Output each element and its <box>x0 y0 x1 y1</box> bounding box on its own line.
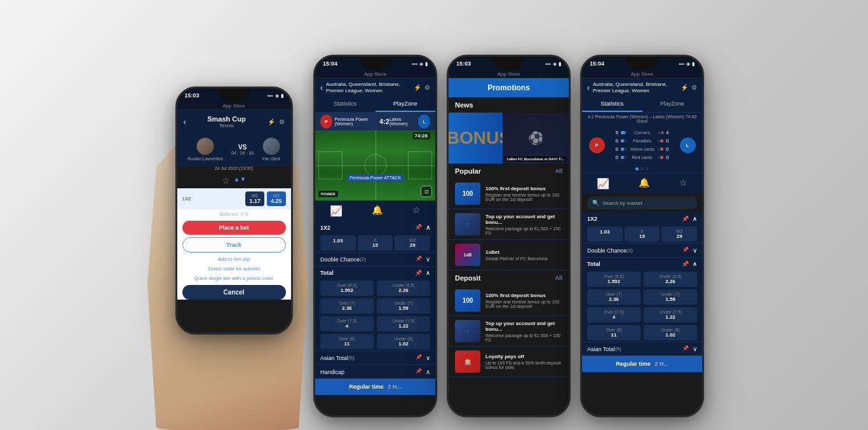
p4-total-section: Total 📌 ∧ Over (6.5) 1.592 Under (6.5) 2… <box>582 257 702 342</box>
promo-header: Promotions <box>449 78 569 97</box>
phone2-nav-icons: ⚡ ⚙ <box>414 84 430 91</box>
promo-card-deposit2[interactable]: ↑ Top up your account and get bonu... We… <box>449 316 569 347</box>
tab4-statistics[interactable]: Statistics <box>582 97 642 112</box>
double-chance-row: Double Chance (2) 📌 ∨ <box>315 252 435 266</box>
phone2-back-icon[interactable]: ‹ <box>320 83 323 92</box>
phone4-back-icon[interactable]: ‹ <box>587 83 590 92</box>
battery-icon2: ▮ <box>425 61 428 67</box>
star-icon4[interactable]: ☆ <box>679 177 688 190</box>
over75-cell[interactable]: Over (7.5) 4 <box>320 316 374 331</box>
w2-odds[interactable]: 4.25 <box>271 198 282 204</box>
phone1: 15:03 ▪▪▪ ◈ ▮ App Store ‹ Smash Cup <box>175 87 293 335</box>
track-button[interactable]: Track <box>182 237 286 253</box>
promo-card-popular1[interactable]: 100 100% first deposit bonus Register an… <box>449 179 569 209</box>
player2-name: Yan Gest <box>262 156 280 161</box>
phone3-appstore: App Store <box>449 71 569 78</box>
p4-w2-cell[interactable]: W2 29 <box>661 226 697 242</box>
phone2-nav-header: ‹ Australia, Queensland, Brisbane, Premi… <box>315 78 435 97</box>
lightning-icon4[interactable]: ⚡ <box>681 84 688 91</box>
promo-card-deposit1[interactable]: 100 100% first deposit bonus Register an… <box>449 286 569 316</box>
phone3-status-icons: ▪▪▪ ◈ ▮ <box>545 61 561 67</box>
phone1-time: 15:03 <box>185 92 200 99</box>
lightning-icon2[interactable]: ⚡ <box>414 84 421 91</box>
place-bet-button[interactable]: Place a bet <box>182 221 286 235</box>
under7-cell[interactable]: Under (7) 1.59 <box>377 298 430 314</box>
news-banner[interactable]: BONUS ⚽ 1xBet NAVI Ti... 1xBet FC Barcel… <box>449 113 569 163</box>
collapse-icon[interactable]: ∧ <box>426 224 430 231</box>
promo-card-deposit3[interactable]: 🎰 Loyalty pays off Up to 100 FS and a 50… <box>449 347 569 377</box>
collapse-p4[interactable]: ∧ <box>693 216 697 222</box>
chart-icon[interactable]: 📈 <box>330 205 342 217</box>
phone2-tabs: Statistics PlayZone <box>315 97 435 113</box>
capture-icon[interactable]: ⊡ <box>421 186 432 197</box>
promo-button[interactable]: Quick single bet with a promo code <box>177 274 291 283</box>
star-icon[interactable]: ☆ <box>222 176 230 186</box>
select-odds-button[interactable]: Select odds for autobet <box>177 264 291 274</box>
signal-icon4: ▪▪▪ <box>679 61 684 67</box>
stats-area: P 9 Corners 4 0 <box>582 125 702 165</box>
phone2-nav-title: Australia, Queensland, Brisbane, Premier… <box>326 81 410 94</box>
under8-cell[interactable]: Under (8) 1.02 <box>377 334 430 349</box>
total-row1: Over (6.5) 1.592 Under (6.5) 2.26 <box>315 279 435 297</box>
star-icon2[interactable]: ☆ <box>412 205 421 217</box>
lightning-icon[interactable]: ⚡ <box>268 118 275 125</box>
corners-bar-right <box>658 131 664 134</box>
phone4: 15:04 ▪▪▪ ◈ ▮ App Store ‹ Australia, Que… <box>580 55 704 417</box>
x-val: 15 <box>360 242 391 248</box>
x-cell[interactable]: X 15 <box>358 235 393 251</box>
bell-icon[interactable]: 🔔 <box>372 205 383 217</box>
corners-row: 9 Corners 4 <box>609 128 675 137</box>
star-row: ☆ ▲▼ <box>177 173 291 188</box>
battery-icon3: ▮ <box>559 61 561 67</box>
phone2-appstore: App Store <box>315 71 435 78</box>
expand-dc[interactable]: ∨ <box>426 256 430 263</box>
news-banner-left: BONUS <box>449 113 509 163</box>
collapse-t[interactable]: ∧ <box>426 270 430 276</box>
chart-icon4[interactable]: 📈 <box>597 177 609 190</box>
goal-area-right <box>408 151 432 179</box>
field-grass: Peninsula Power ATTACK ⊡ POWER <box>315 130 435 200</box>
w1-cell[interactable]: 1.03 <box>320 235 356 251</box>
promo-card-popular3[interactable]: 1xB 1xBet Global Partner of FC Barcelona <box>449 240 569 270</box>
tab-playzone[interactable]: PlayZone <box>376 97 436 112</box>
over8-cell[interactable]: Over (8) 11 <box>320 334 374 349</box>
tab-statistics[interactable]: Statistics <box>315 97 376 112</box>
over7-cell[interactable]: Over (7) 2.36 <box>320 298 374 314</box>
p4-w1-cell[interactable]: 1.03 <box>587 226 623 242</box>
deposit-all-link[interactable]: All <box>555 275 562 281</box>
gear-icon[interactable]: ⚙ <box>279 118 285 125</box>
under65-cell[interactable]: Under (6.5) 2.26 <box>377 281 430 296</box>
popular-all-link[interactable]: All <box>555 168 562 174</box>
w2-cell[interactable]: W2 29 <box>395 235 430 251</box>
phone4-nav-header: ‹ Australia, Queensland, Brisbane, Premi… <box>582 78 702 97</box>
1x2-header: 1X2 📌 ∧ <box>315 221 435 234</box>
bell-icon4[interactable]: 🔔 <box>639 177 649 190</box>
cancel-button[interactable]: Cancel <box>182 285 286 300</box>
w1-odds[interactable]: 1.17 <box>249 198 261 204</box>
gear-icon4[interactable]: ⚙ <box>691 84 697 91</box>
search-bar[interactable]: 🔍 Search by market <box>587 197 697 209</box>
signal-icon: ▪▪▪ <box>268 93 273 99</box>
gear-icon2[interactable]: ⚙ <box>424 84 430 91</box>
markets-section: 1X2 📌 ∧ 1.03 X 15 W2 29 <box>315 221 435 378</box>
under75-cell[interactable]: Under (7.5) 1.22 <box>377 316 430 331</box>
total-row3: Over (7.5) 4 Under (7.5) 1.22 <box>315 315 435 333</box>
tab4-playzone[interactable]: PlayZone <box>642 97 703 112</box>
match-date: 24 Jul 2020 (19:30) <box>177 166 291 173</box>
promo-card-popular2[interactable]: ↑ Top up your account and get bonu... We… <box>449 209 569 240</box>
vs-section: VS 04 : 26 : 33 <box>231 144 254 155</box>
phone4-nav-title: Australia, Queensland, Brisbane, Premier… <box>593 81 677 94</box>
player1-name: Ruslan Lavrentiev <box>187 156 223 161</box>
add-to-bet-slip-button[interactable]: Add to bet slip <box>177 254 291 264</box>
expand-h[interactable]: ∧ <box>426 368 430 375</box>
signal-icon3: ▪▪▪ <box>545 61 551 67</box>
promo-thumb-3: 1xB <box>455 244 480 266</box>
total-row2: Over (7) 2.36 Under (7) 1.59 <box>315 297 435 315</box>
p4-x-cell[interactable]: X 15 <box>625 226 660 242</box>
center-circle <box>364 155 386 177</box>
expand-at[interactable]: ∨ <box>426 354 430 361</box>
pin-icon-h: 📌 <box>416 368 422 375</box>
phone1-sport: Tennis <box>186 123 268 128</box>
over65-cell[interactable]: Over (6.5) 1.592 <box>320 281 374 296</box>
phone2-status-icons: ▪▪▪ ◈ ▮ <box>412 61 428 67</box>
